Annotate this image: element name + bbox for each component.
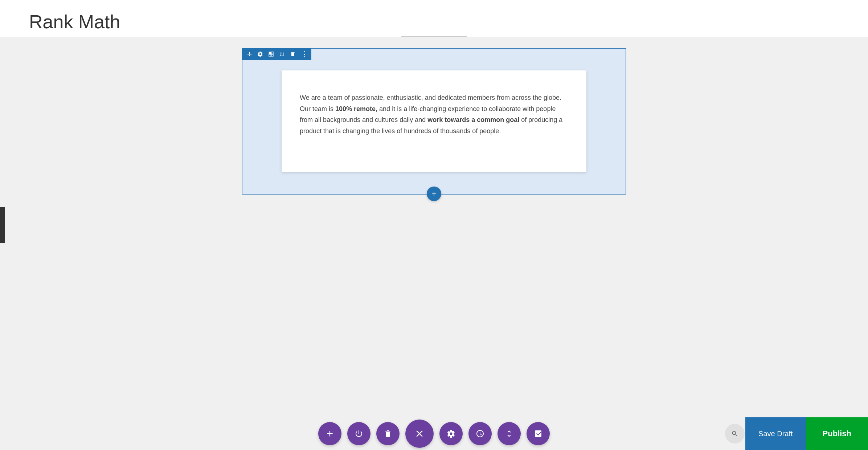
power-button[interactable] xyxy=(347,422,370,445)
move-icon[interactable]: ✛ xyxy=(245,50,253,58)
search-utility-button[interactable] xyxy=(725,424,745,443)
svg-rect-1 xyxy=(271,52,273,54)
delete-icon[interactable] xyxy=(289,50,297,58)
svg-rect-2 xyxy=(269,54,271,56)
top-area: Rank Math xyxy=(0,0,868,37)
transform-icon[interactable] xyxy=(267,50,275,58)
page-title: Rank Math xyxy=(29,7,839,36)
delete-button[interactable] xyxy=(376,422,400,445)
chart-button[interactable] xyxy=(527,422,550,445)
block-inner: We are a team of passionate, enthusiasti… xyxy=(242,49,626,194)
add-block-button[interactable]: + xyxy=(427,187,441,201)
content-card: We are a team of passionate, enthusiasti… xyxy=(282,70,586,172)
publish-area: Save Draft Publish xyxy=(745,417,868,450)
settings-icon[interactable] xyxy=(256,50,264,58)
history-button[interactable] xyxy=(468,422,492,445)
svg-rect-0 xyxy=(269,52,271,54)
content-text: We are a team of passionate, enthusiasti… xyxy=(300,92,568,136)
sort-button[interactable] xyxy=(498,422,521,445)
add-button[interactable] xyxy=(318,422,341,445)
block-toolbar: ✛ xyxy=(242,48,311,60)
power-icon[interactable] xyxy=(278,50,286,58)
close-button[interactable] xyxy=(405,420,434,448)
svg-rect-3 xyxy=(271,54,273,56)
bottom-toolbar-center xyxy=(318,420,550,448)
more-options-icon[interactable]: ⋮ xyxy=(300,50,308,58)
settings-button[interactable] xyxy=(439,422,463,445)
bottom-toolbar: ? Save Draft Publish xyxy=(0,417,868,450)
block-container: ✛ xyxy=(242,48,626,195)
publish-button[interactable]: Publish xyxy=(806,417,868,450)
left-panel-indicator[interactable] xyxy=(0,207,5,243)
save-draft-button[interactable]: Save Draft xyxy=(745,417,806,450)
main-content: ✛ xyxy=(0,37,868,205)
